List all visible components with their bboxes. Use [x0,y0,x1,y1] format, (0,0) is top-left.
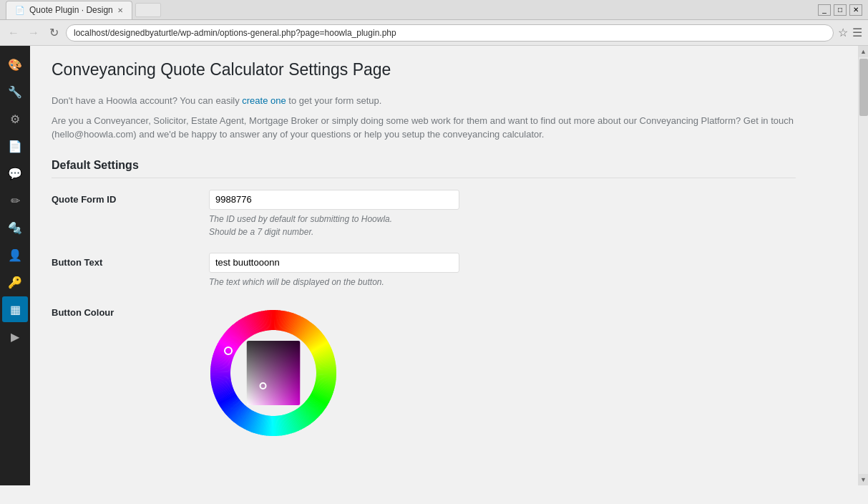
quote-form-id-field: The ID used by default for submitting to… [209,190,796,238]
sidebar-item-edit[interactable]: ✏ [2,188,28,213]
scroll-down-button[interactable]: ▼ [859,474,868,485]
browser-window: 📄 Quote Plugin · Design ✕ _ □ ✕ ← → ↻ ☆ … [0,0,868,485]
new-tab-button[interactable] [135,3,161,17]
scrollbar[interactable]: ▲ ▼ [858,46,868,485]
quote-form-id-row: Quote Form ID The ID used by default for… [52,190,796,238]
tab-favicon: 📄 [15,6,25,15]
quote-form-id-label: Quote Form ID [52,190,209,205]
browser-toolbar: ← → ↻ ☆ ☰ [0,20,868,46]
sidebar-item-pages[interactable]: 📄 [2,133,28,159]
quote-form-id-hint: The ID used by default for submitting to… [209,213,796,238]
create-one-link[interactable]: create one [242,95,286,106]
info-paragraph-1: Don't have a Hoowla account? You can eas… [52,94,796,108]
tab-close-button[interactable]: ✕ [117,6,123,14]
bookmark-icon[interactable]: ☆ [838,26,848,39]
sidebar: 🎨 🔧 ⚙ 📄 💬 ✏ 🔩 👤 🔑 ▦ ▶ [0,46,30,485]
sidebar-item-users[interactable]: 👤 [2,242,28,268]
sidebar-item-appearance[interactable]: 🎨 [2,52,28,77]
window-controls: _ □ ✕ [818,4,862,16]
info-text-prefix: Don't have a Hoowla account? You can eas… [52,95,242,106]
forward-button[interactable]: → [26,25,42,41]
button-colour-field [209,303,796,437]
content-area: Conveyancing Quote Calculator Settings P… [30,46,817,466]
app-layout: 🎨 🔧 ⚙ 📄 💬 ✏ 🔩 👤 🔑 ▦ ▶ Conveyancing Quote… [0,46,868,485]
sidebar-item-dashboard[interactable]: ▦ [2,296,28,322]
sidebar-item-tools2[interactable]: 🔑 [2,269,28,295]
info-paragraph-2: Are you a Conveyancer, Solicitor, Estate… [52,114,796,142]
sidebar-item-tools[interactable]: 🔧 [2,79,28,105]
section-title: Default Settings [52,159,796,178]
maximize-button[interactable]: □ [834,4,847,16]
scroll-up-button[interactable]: ▲ [859,46,868,57]
close-button[interactable]: ✕ [849,4,862,16]
sidebar-item-media[interactable]: ▶ [2,324,28,349]
address-bar[interactable] [66,24,834,42]
scroll-thumb[interactable] [859,59,868,116]
color-picker[interactable] [209,309,338,437]
sidebar-item-comments[interactable]: 💬 [2,160,28,186]
reload-button[interactable]: ↻ [46,25,62,41]
quote-form-id-input[interactable] [209,190,459,210]
main-content: Conveyancing Quote Calculator Settings P… [30,46,858,485]
button-text-label: Button Text [52,253,209,268]
title-bar: 📄 Quote Plugin · Design ✕ _ □ ✕ [0,0,868,20]
button-text-row: Button Text The text which will be displ… [52,253,796,289]
button-text-field: The text which will be displayed on the … [209,253,796,289]
page-title: Conveyancing Quote Calculator Settings P… [52,60,796,79]
sidebar-item-settings[interactable]: ⚙ [2,106,28,132]
browser-tab[interactable]: 📄 Quote Plugin · Design ✕ [6,1,132,19]
minimize-button[interactable]: _ [818,4,831,16]
info-text-suffix: to get your form setup. [286,95,382,106]
menu-icon[interactable]: ☰ [852,26,862,39]
color-square[interactable] [247,341,301,405]
tab-title: Quote Plugin · Design [29,5,113,15]
button-text-input[interactable] [209,253,459,273]
back-button[interactable]: ← [6,25,21,41]
button-text-hint: The text which will be displayed on the … [209,276,796,289]
sidebar-item-plugins[interactable]: 🔩 [2,215,28,241]
button-colour-row: Button Colour [52,303,796,437]
button-colour-label: Button Colour [52,303,209,318]
